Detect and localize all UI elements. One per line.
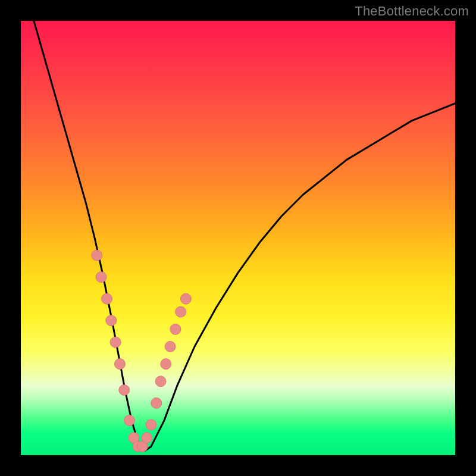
marker-dot [161, 359, 171, 369]
marker-dot [155, 376, 166, 387]
marker-dot [146, 419, 156, 430]
marker-dot [151, 397, 162, 408]
marker-dot [92, 250, 102, 261]
plot-area [21, 21, 455, 455]
outer-frame: TheBottleneck.com [0, 0, 476, 476]
marker-dot [102, 293, 112, 304]
watermark-text: TheBottleneck.com [355, 4, 469, 19]
highlighted-points [92, 250, 192, 452]
marker-dot [106, 315, 117, 326]
marker-dot [176, 306, 186, 317]
curve-path [34, 21, 455, 451]
marker-dot [124, 415, 135, 426]
chart-svg [21, 21, 455, 455]
marker-dot [119, 385, 130, 396]
marker-dot [170, 324, 181, 334]
marker-dot [96, 272, 107, 283]
marker-dot [180, 293, 191, 304]
marker-dot [114, 359, 125, 369]
marker-dot [165, 342, 176, 352]
marker-dot [110, 337, 121, 347]
bottleneck-curve [34, 21, 455, 451]
marker-dot [142, 433, 152, 443]
